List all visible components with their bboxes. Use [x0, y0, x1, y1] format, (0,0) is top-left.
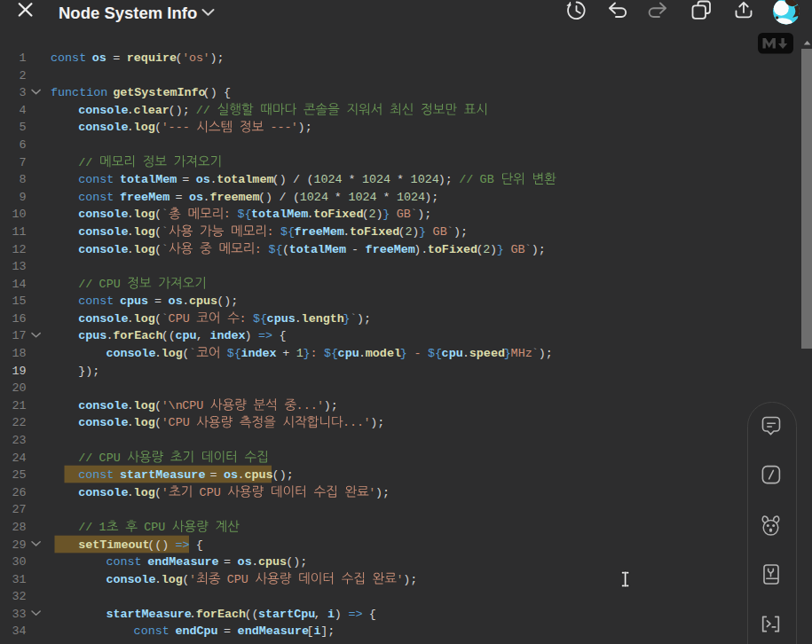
svg-text:);: );	[324, 399, 338, 412]
svg-text:15: 15	[12, 295, 26, 308]
svg-text:GB: GB	[397, 208, 411, 221]
svg-text:CPU: CPU	[200, 486, 221, 499]
svg-text:${: ${	[428, 347, 442, 360]
svg-text:CPU: CPU	[169, 416, 190, 429]
svg-text:=: =	[154, 295, 162, 308]
svg-text:();: ();	[272, 468, 294, 482]
svg-text:=: =	[209, 468, 217, 482]
svg-text:const: const	[78, 468, 114, 482]
svg-text:const: const	[78, 173, 114, 186]
svg-text:log: log	[134, 399, 155, 412]
svg-text:12: 12	[12, 243, 26, 256]
svg-text:console: console	[78, 312, 128, 326]
svg-text:startMeasure: startMeasure	[106, 608, 191, 621]
svg-text:14: 14	[12, 278, 26, 291]
svg-text:console: console	[106, 573, 155, 586]
svg-text:4: 4	[19, 104, 26, 117]
svg-text:(): ()	[203, 86, 217, 99]
svg-text:`: `	[162, 225, 169, 239]
svg-text:19: 19	[12, 365, 26, 378]
svg-text:CPU: CPU	[144, 521, 165, 534]
svg-text:`: `	[189, 347, 196, 360]
svg-text:=>: =>	[258, 329, 272, 342]
svg-text:});: });	[78, 365, 99, 378]
svg-text:clear: clear	[134, 104, 169, 117]
svg-text:${: ${	[324, 347, 338, 360]
svg-text:startMeasure: startMeasure	[120, 468, 205, 482]
svg-text:*: *	[397, 173, 404, 186]
svg-text:log: log	[134, 486, 155, 499]
svg-text:\n: \n	[169, 399, 183, 412]
svg-text:const: const	[134, 624, 169, 638]
svg-text:1024: 1024	[300, 191, 328, 204]
svg-text:31: 31	[12, 573, 26, 586]
svg-text:model: model	[366, 347, 401, 360]
svg-text:console: console	[78, 399, 128, 412]
svg-text:9: 9	[19, 191, 26, 204]
svg-text:cpus: cpus	[189, 295, 217, 308]
svg-text:11: 11	[12, 225, 26, 239]
svg-text:forEach: forEach	[196, 608, 246, 621]
svg-text::: :	[224, 208, 231, 221]
svg-text:17: 17	[12, 329, 26, 342]
svg-text::: :	[239, 312, 246, 326]
svg-text:*: *	[348, 173, 355, 186]
svg-text:const: const	[78, 295, 114, 308]
svg-text:24: 24	[12, 452, 26, 465]
svg-text:totalMem: totalMem	[120, 173, 177, 186]
svg-text:((: ((	[244, 608, 258, 621]
svg-text:${: ${	[227, 347, 241, 360]
svg-text:((): (()	[147, 538, 169, 552]
svg-text:console: console	[78, 104, 128, 117]
svg-text:require: require	[127, 51, 177, 65]
svg-text:1: 1	[99, 521, 106, 534]
svg-text:1: 1	[19, 51, 26, 65]
svg-text:': '	[162, 486, 169, 499]
svg-text:3: 3	[19, 86, 26, 99]
svg-text:function: function	[51, 86, 107, 99]
svg-text:log: log	[134, 208, 155, 221]
svg-text:5: 5	[19, 121, 26, 134]
svg-text:();: ();	[169, 104, 190, 117]
svg-text:': '	[189, 573, 196, 586]
svg-text:);: );	[357, 312, 371, 326]
svg-text:1024: 1024	[397, 191, 425, 204]
svg-text:console: console	[78, 208, 128, 221]
svg-text:);: );	[424, 191, 438, 204]
svg-text:`: `	[162, 243, 169, 256]
svg-text:toFixed: toFixed	[313, 208, 363, 221]
svg-text:);: );	[403, 573, 417, 586]
svg-text:toFixed: toFixed	[428, 243, 477, 256]
svg-text:();: ();	[217, 295, 238, 308]
svg-text:Node System Info: Node System Info	[59, 4, 197, 22]
svg-text:7: 7	[19, 156, 26, 169]
svg-text:21: 21	[12, 399, 26, 412]
svg-text:20: 20	[12, 381, 26, 395]
svg-text:freeMem: freeMem	[366, 243, 415, 256]
svg-text:{: {	[224, 86, 231, 99]
svg-text:MHz: MHz	[511, 347, 532, 360]
svg-text:os: os	[238, 555, 252, 569]
svg-text:log: log	[162, 347, 183, 360]
svg-text://: //	[459, 173, 473, 186]
svg-text:=: =	[224, 624, 231, 638]
svg-text:6: 6	[19, 138, 26, 152]
svg-text:/: /	[293, 173, 300, 186]
svg-text://: //	[78, 156, 92, 169]
svg-text:setTimeout: setTimeout	[78, 538, 149, 552]
svg-text:${: ${	[280, 225, 295, 239]
svg-text::: :	[255, 243, 262, 256]
svg-text:26: 26	[12, 486, 26, 499]
svg-text::: :	[266, 225, 273, 239]
svg-text:log: log	[134, 416, 155, 429]
svg-text:34: 34	[12, 624, 26, 638]
svg-text:16: 16	[12, 312, 26, 326]
svg-text:os: os	[92, 51, 106, 65]
svg-text:);: );	[417, 208, 431, 221]
svg-text:totalMem: totalMem	[289, 243, 346, 256]
svg-text:toFixed: toFixed	[350, 225, 399, 239]
svg-text:totalMem: totalMem	[251, 208, 308, 221]
svg-text:*: *	[335, 191, 342, 204]
svg-text:totalmem: totalmem	[217, 173, 273, 186]
svg-text:30: 30	[12, 555, 26, 569]
